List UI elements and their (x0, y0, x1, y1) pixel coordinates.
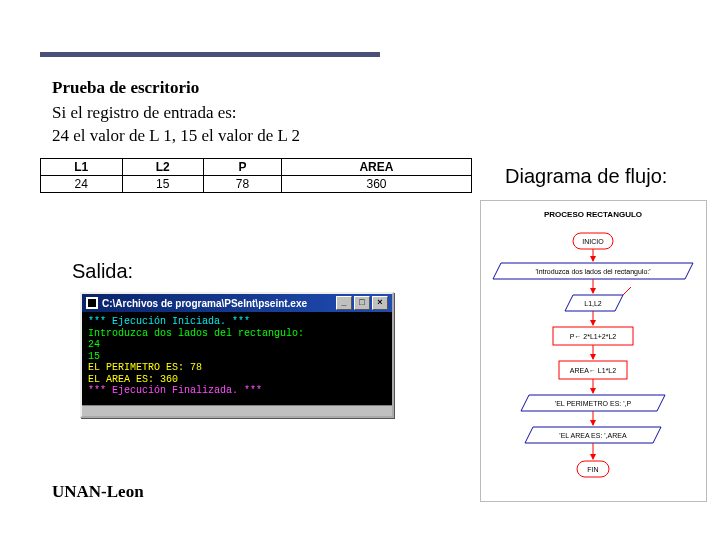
flow-process-p-text: P← 2*L1+2*L2 (570, 333, 617, 340)
output-label: Salida: (72, 260, 133, 283)
cell-area: 360 (281, 176, 471, 193)
trace-table: L1 L2 P AREA 24 15 78 360 (40, 158, 472, 193)
console-status-bar (82, 405, 392, 416)
console-line: *** Ejecución Finalizada. *** (88, 385, 386, 397)
flow-process-area-text: AREA← L1*L2 (570, 367, 616, 374)
col-l1: L1 (41, 159, 123, 176)
table-row: 24 15 78 360 (41, 176, 472, 193)
console-title-bar: C:\Archivos de programa\PSeInt\pseint.ex… (82, 294, 392, 312)
console-line: *** Ejecución Iniciada. *** (88, 316, 386, 328)
svg-line-2 (623, 287, 631, 295)
console-line: EL PERIMETRO ES: 78 (88, 362, 386, 374)
desk-check-block: Prueba de escritorio Si el registro de e… (52, 78, 462, 148)
table-header-row: L1 L2 P AREA (41, 159, 472, 176)
console-title-text: C:\Archivos de programa\PSeInt\pseint.ex… (102, 298, 307, 309)
maximize-button[interactable]: □ (354, 296, 370, 310)
cell-l1: 24 (41, 176, 123, 193)
console-line: 15 (88, 351, 386, 363)
flow-start-text: INICIO (582, 238, 604, 245)
col-area: AREA (281, 159, 471, 176)
flowchart-title: Diagrama de flujo: (505, 165, 667, 188)
cell-p: 78 (204, 176, 282, 193)
header-rule (40, 52, 380, 57)
console-window: C:\Archivos de programa\PSeInt\pseint.ex… (80, 292, 394, 418)
console-line: Introduzca dos lados del rectangulo: (88, 328, 386, 340)
console-line: 24 (88, 339, 386, 351)
flow-input-text: L1,L2 (584, 300, 602, 307)
desk-check-line-2: 24 el valor de L 1, 15 el valor de L 2 (52, 125, 462, 148)
minimize-button[interactable]: _ (336, 296, 352, 310)
desk-check-title: Prueba de escritorio (52, 78, 462, 98)
flow-output-prompt-text: 'Introduzca dos lados del rectangulo:' (535, 268, 650, 276)
flow-output-area-text: 'EL AREA ES: ',AREA (559, 432, 627, 439)
col-p: P (204, 159, 282, 176)
cell-l2: 15 (122, 176, 204, 193)
flow-end-text: FIN (587, 466, 598, 473)
close-button[interactable]: × (372, 296, 388, 310)
col-l2: L2 (122, 159, 204, 176)
desk-check-line-1: Si el registro de entrada es: (52, 102, 462, 125)
flow-output-perimeter-text: 'EL PERIMETRO ES: ',P (555, 400, 632, 407)
flow-process-label: PROCESO RECTANGULO (544, 210, 642, 219)
flowchart: PROCESO RECTANGULO INICIO 'Introduzca do… (480, 200, 707, 502)
footer-text: UNAN-Leon (52, 482, 144, 502)
console-line: EL AREA ES: 360 (88, 374, 386, 386)
console-output: *** Ejecución Iniciada. *** Introduzca d… (82, 312, 392, 405)
console-app-icon (86, 297, 98, 309)
